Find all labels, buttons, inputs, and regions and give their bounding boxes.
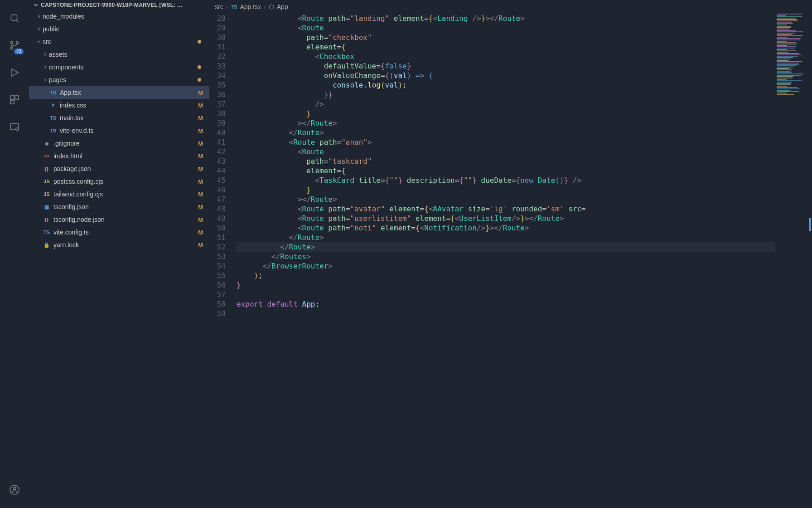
file-icon: # [49,103,57,108]
tree-label: tailwind.config.cjs [53,190,198,198]
code-line[interactable]: console.log(val); [237,80,812,90]
code-line[interactable]: <Route [237,23,812,33]
file-icon: ▦ [43,204,51,210]
code-line[interactable]: <Route path="userlistitem" element={<Use… [237,214,812,223]
file-icon: 🔒 [43,242,51,248]
code-line[interactable]: <Route [237,147,812,156]
code-line[interactable]: <Route path="landing" element={<Landing … [237,14,812,23]
file-icon: TS [49,90,57,95]
minimap[interactable] [775,14,812,127]
tree-item-public[interactable]: public [29,23,209,35]
project-title: CAPSTONE-PROJECT-9900-W18P-MARVEL [WSL: … [41,2,182,8]
project-header[interactable]: CAPSTONE-PROJECT-9900-W18P-MARVEL [WSL: … [29,0,209,10]
code-line[interactable]: </Route> [237,128,812,137]
tree-item-src[interactable]: src [29,35,209,48]
tree-item-vite-config-ts[interactable]: TSvite.config.tsM [29,226,209,239]
git-status: M [198,153,203,160]
tree-label: src [43,38,198,45]
tree-label: components [49,64,198,71]
tree-item-assets[interactable]: assets [29,48,209,61]
code-line[interactable]: } [237,185,812,195]
editor-content[interactable]: 2829303132333435363738394041424344454647… [209,14,812,508]
git-status: M [198,191,203,198]
chevron-down-icon [35,39,43,44]
tree-item-tsconfig-json[interactable]: ▦tsconfig.jsonM [29,200,209,213]
tree-item-yarn-lock[interactable]: 🔒yarn.lockM [29,239,209,251]
git-status: M [198,216,203,223]
tree-label: main.tsx [60,114,198,122]
code-line[interactable]: } [237,109,812,118]
tree-item-tailwind-config-cjs[interactable]: JStailwind.config.cjsM [29,188,209,200]
tree-label: package.json [53,165,198,172]
code-line[interactable] [237,290,812,299]
git-status: M [198,229,203,236]
code-line[interactable]: defaultValue={false} [237,61,812,71]
code-line[interactable]: ></Route> [237,118,812,128]
tree-item-vite-env-d-ts[interactable]: TSvite-env.d.tsM [29,124,209,137]
tree-item-package-json[interactable]: {}package.jsonM [29,162,209,175]
code-area[interactable]: <Route path="landing" element={<Landing … [237,14,812,508]
code-line[interactable]: export default App; [237,299,812,309]
tree-item-index-html[interactable]: <>index.htmlM [29,150,209,162]
tree-label: tsconfig.node.json [53,216,198,223]
file-icon: TS [49,128,57,133]
file-tree: node_modulespublicsrcassetscomponentspag… [29,10,209,508]
breadcrumb-symbol[interactable]: App [277,3,288,10]
svg-marker-5 [12,69,18,76]
tree-item-components[interactable]: components [29,61,209,73]
code-line[interactable]: element={ [237,42,812,52]
source-control-icon[interactable]: 23 [4,34,25,56]
code-line[interactable]: </Route> [237,233,812,242]
code-line[interactable] [237,309,812,318]
scm-badge: 23 [14,49,24,54]
search-icon[interactable] [4,7,25,29]
code-line[interactable]: element={ [237,166,812,176]
code-line[interactable]: ); [237,271,812,280]
tree-label: index.css [60,102,198,109]
code-line[interactable]: </Route> [237,242,775,252]
scroll-indicator[interactable] [809,218,811,231]
git-status: M [198,242,203,249]
code-line[interactable]: <TaskCard title={""} description={""} du… [237,176,812,185]
tree-item-pages[interactable]: pages [29,73,209,86]
modified-dot-icon [198,40,201,44]
file-icon: JS [43,179,51,184]
tree-item-tsconfig-node-json[interactable]: {}tsconfig.node.jsonM [29,213,209,226]
code-line[interactable]: </BrowserRouter> [237,261,812,271]
code-line[interactable]: }} [237,90,812,99]
code-line[interactable]: <Route path="noti" element={<Notificatio… [237,223,812,233]
tree-item--gitignore[interactable]: ◆.gitignoreM [29,137,209,150]
run-debug-icon[interactable] [4,62,25,83]
code-line[interactable]: ></Route> [237,195,812,204]
git-status: M [198,115,203,122]
editor-area: src › TS App.tsx › ⬡ App 282930313233343… [209,0,812,508]
breadcrumb[interactable]: src › TS App.tsx › ⬡ App [209,0,812,14]
remote-icon[interactable] [4,116,25,138]
code-line[interactable]: <Checkbox [237,52,812,61]
tree-item-postcss-config-cjs[interactable]: JSpostcss.config.cjsM [29,175,209,188]
file-icon: TS [43,230,51,235]
code-line[interactable]: } [237,280,812,290]
ts-icon: TS [231,4,237,10]
breadcrumb-file[interactable]: App.tsx [240,3,261,10]
tree-item-app-tsx[interactable]: TSApp.tsxM [29,86,209,99]
code-line[interactable]: </Routes> [237,252,812,261]
account-icon[interactable] [4,479,25,501]
extensions-icon[interactable] [4,89,25,111]
svg-point-4 [11,47,13,49]
code-line[interactable]: /> [237,99,812,109]
svg-point-2 [11,42,13,44]
tree-item-main-tsx[interactable]: TSmain.tsxM [29,112,209,124]
code-line[interactable]: onValueChange={(val) => { [237,71,812,80]
tree-item-index-css[interactable]: #index.cssM [29,99,209,112]
code-line[interactable]: <Route path="avatar" element={<AAvatar s… [237,204,812,214]
tree-label: node_modules [43,13,209,20]
code-line[interactable]: path="taskcard" [237,156,812,166]
code-line[interactable]: path="checkbox" [237,33,812,42]
breadcrumb-folder[interactable]: src [215,3,223,10]
file-icon: JS [43,191,51,197]
chevron-down-icon [33,2,39,8]
svg-point-12 [13,487,16,490]
tree-item-node-modules[interactable]: node_modules [29,10,209,23]
code-line[interactable]: <Route path="anan"> [237,137,812,147]
